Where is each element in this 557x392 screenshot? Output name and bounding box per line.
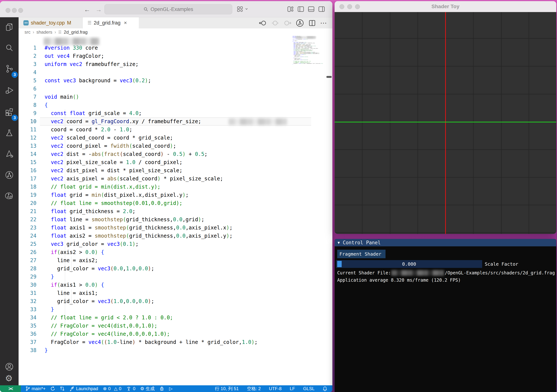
grid-line-vertical xyxy=(418,12,418,234)
encoding-setting[interactable]: UTF-8 xyxy=(269,386,282,391)
minimap[interactable]: #version 330 coreout vec4 FragColor;unif… xyxy=(293,36,325,166)
breadcrumb[interactable]: src › shaders › ☰ 2d_grid.frag xyxy=(19,28,332,36)
control-panel-window: ▼ Control Panel Fragment Shader 0.000 Sc… xyxy=(335,239,556,392)
code-line[interactable]: 22 float line = smoothstep(grid_thicknes… xyxy=(19,215,332,224)
code-line[interactable]: 34 // float line = grid < 2.0 ? 1.0 : 0.… xyxy=(19,314,332,322)
toggle-primary-sidebar-icon[interactable] xyxy=(297,6,304,12)
git-graph-icon[interactable] xyxy=(5,171,14,179)
code-line[interactable]: 5const vec3 background = vec3(0.2); xyxy=(19,77,332,85)
code-line[interactable]: 28 grid_color = vec3(0.0,1.0,0.0); xyxy=(19,265,332,273)
next-change-icon[interactable] xyxy=(283,19,292,27)
code-line[interactable]: 8{ xyxy=(19,101,332,109)
collapse-triangle-icon[interactable]: ▼ xyxy=(338,240,340,245)
code-line[interactable]: 18 // float grid = min(dist.x,dist.y); xyxy=(19,183,332,191)
extensions-icon[interactable] xyxy=(5,107,14,116)
code-line[interactable]: 30 if(axis1 > 0.0) { xyxy=(19,281,332,289)
launchpad-button[interactable]: Launchpad xyxy=(69,386,98,391)
code-line[interactable]: 20 // float line = smoothstep(0.01,0.0,g… xyxy=(19,199,332,207)
indent-setting[interactable]: 空格: 2 xyxy=(247,386,261,392)
code-line[interactable]: 15 vec2 pixel_size_scale = 1.0 / coord_p… xyxy=(19,158,332,166)
code-line[interactable]: 3uniform vec2 framebuffer_size; xyxy=(19,60,332,68)
code-line[interactable]: 17 vec2 axis_pixel = abs(scaled_coord) *… xyxy=(19,175,332,183)
code-editor[interactable]: 1#version 330 core2out vec4 FragColor;3u… xyxy=(19,36,332,386)
cmake-build-button[interactable]: ⚙ 生成 xyxy=(140,386,155,392)
bell-icon[interactable] xyxy=(323,386,327,391)
remote-indicator[interactable]: >< xyxy=(0,385,21,392)
account-icon[interactable] xyxy=(5,362,14,371)
code-line[interactable]: 7void main() xyxy=(19,93,332,101)
tab-2d-grid-frag[interactable]: ☰ 2d_grid.frag × xyxy=(83,17,139,28)
code-line[interactable]: 36 // FragColor = vec4(line,0.0,0.0,1.0)… xyxy=(19,330,332,338)
change-marker-icon[interactable] xyxy=(271,19,279,27)
code-line[interactable]: 32 grid_color = vec3(1.0,0.0,0.0); xyxy=(19,297,332,305)
eol-setting[interactable]: LF xyxy=(290,386,295,391)
y-axis-green-line xyxy=(335,122,556,122)
split-editor-icon[interactable] xyxy=(308,19,316,27)
code-line[interactable]: 23 float axis1 = smoothstep(grid_thickne… xyxy=(19,224,332,232)
toggle-secondary-sidebar-icon[interactable] xyxy=(318,6,325,12)
code-line[interactable]: 11 coord = coord * 2.0 - 1.0; xyxy=(19,126,332,134)
scale-factor-slider[interactable]: 0.000 xyxy=(336,260,482,268)
breadcrumb-src[interactable]: src xyxy=(25,30,31,35)
customize-layout-icon[interactable] xyxy=(287,6,294,12)
code-line[interactable]: 14 vec2 dist = -abs(fract(scaled_coord) … xyxy=(19,150,332,158)
code-line[interactable]: 35 // FragColor = vec4(dist,0.0,1.0); xyxy=(19,322,332,330)
code-line[interactable]: 9 const float grid_scale = 4.0; xyxy=(19,109,332,117)
more-actions-icon[interactable]: ⋯ xyxy=(320,21,327,25)
shader-toy-window: Shader Toy xyxy=(335,1,556,234)
toggle-panel-icon[interactable] xyxy=(308,6,315,12)
code-line[interactable]: 33 } xyxy=(19,305,332,314)
git-compare-button[interactable] xyxy=(60,386,65,391)
cmake-icon[interactable] xyxy=(5,150,14,158)
code-line[interactable]: 6 xyxy=(19,85,332,93)
problems-indicator[interactable]: ⊗ 0 △ 0 xyxy=(103,386,121,391)
language-mode[interactable]: GLSL xyxy=(303,386,315,391)
git-actions-icon[interactable] xyxy=(5,192,14,200)
cursor-position[interactable]: 行 10, 列 51 xyxy=(215,386,239,392)
code-line[interactable]: 29 } xyxy=(19,273,332,281)
breadcrumb-shaders[interactable]: shaders xyxy=(36,30,52,35)
code-line[interactable]: 37 FragColor = vec4((1.0-line) * backgro… xyxy=(19,338,332,346)
explorer-icon[interactable] xyxy=(5,23,14,31)
search-sidebar-icon[interactable] xyxy=(5,44,14,52)
traffic-lights[interactable] xyxy=(339,4,360,9)
forward-arrow-icon[interactable]: → xyxy=(96,6,102,13)
code-line[interactable]: 26 if(axis2 > 0.0) { xyxy=(19,248,332,256)
code-line[interactable]: 4 xyxy=(19,68,332,77)
run-debug-icon[interactable] xyxy=(5,86,14,95)
code-line[interactable]: 24 float axis2 = smoothstep(grid_thickne… xyxy=(19,232,332,240)
code-line[interactable]: 21 float grid_thickness = 2.0; xyxy=(19,207,332,215)
settings-gear-icon[interactable]: ⚙ xyxy=(5,374,14,383)
code-line[interactable]: 25 vec3 grid_color = vec3(0.1); xyxy=(19,240,332,248)
ports-indicator[interactable]: 0 xyxy=(126,386,135,391)
back-arrow-icon[interactable]: ← xyxy=(84,6,90,13)
code-line[interactable]: 38} xyxy=(19,346,332,354)
source-control-icon[interactable] xyxy=(5,65,14,73)
debug-target-button[interactable] xyxy=(159,386,164,391)
zoom-traffic-light[interactable] xyxy=(18,8,23,13)
branch-indicator[interactable]: main*+ xyxy=(26,386,46,391)
code-line[interactable]: 12 vec2 scaled_coord = coord * grid_scal… xyxy=(19,134,332,142)
shader-toy-titlebar: Shader Toy xyxy=(335,1,556,12)
testing-beaker-icon[interactable] xyxy=(5,129,14,137)
code-line[interactable]: 19 float grid = min(dist_pixel.x,dist_pi… xyxy=(19,191,332,199)
run-shader-icon[interactable] xyxy=(295,19,304,27)
fragment-shader-button[interactable]: Fragment Shader xyxy=(337,250,385,258)
breadcrumb-file[interactable]: 2d_grid.frag xyxy=(64,30,88,35)
launch-button[interactable]: ▷ xyxy=(169,386,172,391)
tab-shader-toy-cpp[interactable]: ++ shader_toy.cpp M xyxy=(19,17,83,28)
code-line[interactable]: 16 vec2 dist_pixel = dist * pixel_size_s… xyxy=(19,166,332,175)
code-line[interactable]: 13 vec2 coord_pixel = fwidth(scaled_coor… xyxy=(19,142,332,150)
close-traffic-light[interactable] xyxy=(6,8,10,13)
minimize-traffic-light[interactable] xyxy=(12,8,17,13)
code-line[interactable]: 27 line = axis2; xyxy=(19,256,332,265)
sash-handle[interactable] xyxy=(327,76,332,78)
sync-button[interactable] xyxy=(50,386,55,391)
control-panel-titlebar[interactable]: ▼ Control Panel xyxy=(335,239,556,246)
close-tab-icon[interactable]: × xyxy=(124,20,127,26)
prev-change-icon[interactable] xyxy=(259,19,267,27)
code-line[interactable]: 31 line = axis1; xyxy=(19,289,332,297)
code-line[interactable]: 2out vec4 FragColor; xyxy=(19,52,332,60)
window-layout-selector[interactable] xyxy=(236,5,248,13)
command-center-search[interactable]: OpenGL-Examples xyxy=(104,4,232,14)
